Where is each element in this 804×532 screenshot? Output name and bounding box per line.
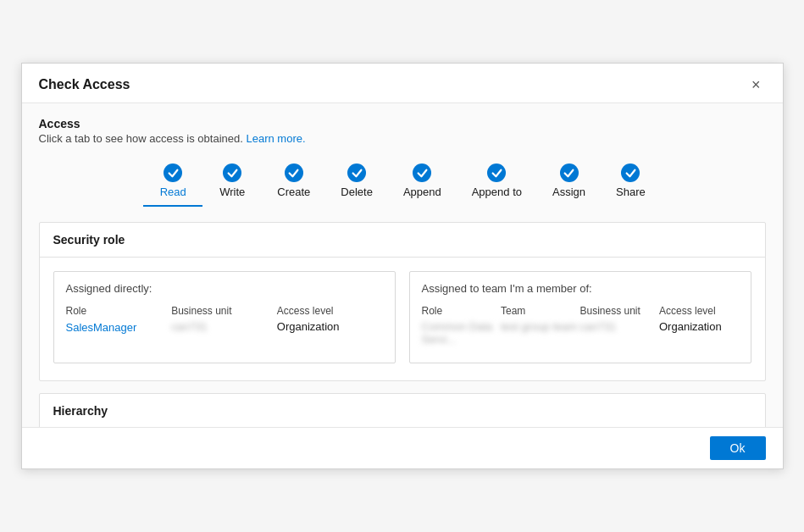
close-button[interactable]: × <box>746 75 766 94</box>
tab-label-read: Read <box>160 186 186 198</box>
check-access-dialog: Check Access × Access Click a tab to see… <box>21 63 784 469</box>
tab-check-share <box>621 163 640 182</box>
assigned-directly-box: Assigned directly: Role Business unit Ac… <box>53 271 396 363</box>
security-role-content: Assigned directly: Role Business unit Ac… <box>40 258 765 380</box>
learn-more-link[interactable]: Learn more. <box>246 132 305 145</box>
direct-col-role: Role <box>66 305 172 317</box>
tab-read[interactable]: Read <box>143 158 202 207</box>
tab-check-delete <box>347 163 366 182</box>
ok-button[interactable]: Ok <box>710 436 766 460</box>
access-subtext: Click a tab to see how access is obtaine… <box>39 132 766 145</box>
tab-append-to[interactable]: Append to <box>457 158 537 207</box>
tab-label-create: Create <box>277 186 310 198</box>
tab-create[interactable]: Create <box>262 158 325 207</box>
team-table: Role Team Business unit Access level Com… <box>422 305 739 346</box>
team-col-team: Team <box>501 305 580 317</box>
team-header-row: Role Team Business unit Access level <box>422 305 739 317</box>
tab-check-assign <box>560 163 579 182</box>
assigned-team-label: Assigned to team I'm a member of: <box>422 282 739 295</box>
tab-label-share: Share <box>616 186 646 198</box>
team-col-access: Access level <box>659 305 739 317</box>
assigned-team-box: Assigned to team I'm a member of: Role T… <box>409 271 751 363</box>
tab-check-append-to <box>487 163 506 182</box>
tab-append[interactable]: Append <box>388 158 457 207</box>
tab-label-append-to: Append to <box>472 186 522 198</box>
security-role-section: Security role Assigned directly: Role Bu… <box>39 222 766 381</box>
tab-check-write <box>223 163 241 182</box>
direct-role-part1[interactable]: Sales <box>66 321 94 334</box>
team-col-bu: Business unit <box>580 305 660 317</box>
team-access-cell: Organization <box>659 320 739 346</box>
direct-role-cell: SalesManager <box>66 320 172 334</box>
team-team-cell: test group team <box>501 320 580 346</box>
tab-label-write: Write <box>219 186 245 198</box>
dialog-title: Check Access <box>39 77 130 92</box>
direct-header-row: Role Business unit Access level <box>66 305 383 317</box>
direct-col-bu: Business unit <box>171 305 277 317</box>
team-bu-cell: can731 <box>580 320 660 346</box>
team-col-role: Role <box>422 305 502 317</box>
tab-share[interactable]: Share <box>601 158 661 207</box>
dialog-body: Access Click a tab to see how access is … <box>22 103 783 468</box>
access-heading: Access <box>39 117 766 130</box>
tab-check-append <box>413 163 431 182</box>
tab-write[interactable]: Write <box>202 158 262 207</box>
team-data-row: Common Data Servi... test group team can… <box>422 320 739 346</box>
direct-col-access: Access level <box>277 305 383 317</box>
hierarchy-title: Hierarchy <box>40 394 765 428</box>
tab-check-create <box>285 163 303 182</box>
direct-role-part2[interactable]: Manager <box>93 321 136 334</box>
dialog-footer: Ok <box>22 427 783 468</box>
tab-delete[interactable]: Delete <box>325 158 388 207</box>
tabs-row: Read Write Create Delete <box>39 158 766 207</box>
team-role-cell: Common Data Servi... <box>422 320 502 346</box>
tab-label-assign: Assign <box>552 186 585 198</box>
direct-data-row: SalesManager can731 Organization <box>66 320 383 334</box>
assigned-directly-label: Assigned directly: <box>66 282 383 295</box>
tab-assign[interactable]: Assign <box>537 158 601 207</box>
tab-label-append: Append <box>403 186 441 198</box>
direct-bu-cell: can731 <box>171 320 277 334</box>
direct-table: Role Business unit Access level SalesMan… <box>66 305 383 334</box>
hierarchy-section: Hierarchy <box>39 393 766 429</box>
dialog-header: Check Access × <box>22 64 783 103</box>
direct-access-cell: Organization <box>277 320 383 334</box>
tab-label-delete: Delete <box>341 186 373 198</box>
tab-check-read <box>164 163 182 182</box>
security-role-title: Security role <box>40 223 765 258</box>
